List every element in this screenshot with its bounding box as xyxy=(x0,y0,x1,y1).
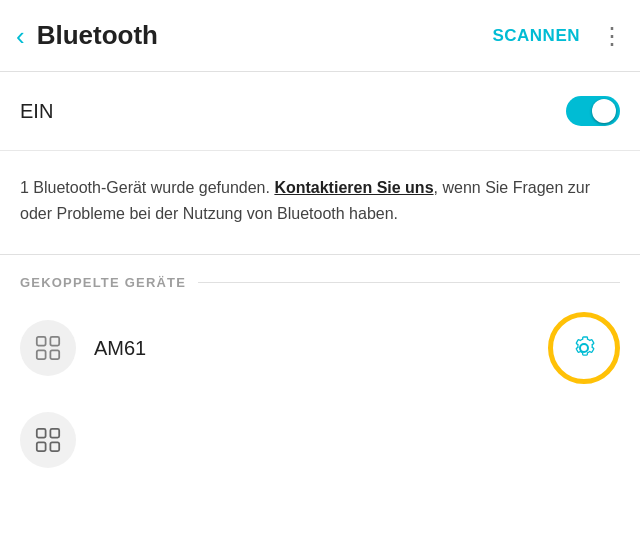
info-section: 1 Bluetooth-Gerät wurde gefunden. Kontak… xyxy=(0,151,640,255)
section-divider xyxy=(198,282,620,283)
svg-rect-3 xyxy=(50,351,59,360)
device-row-partial xyxy=(0,398,640,482)
scan-button[interactable]: SCANNEN xyxy=(492,26,580,46)
svg-rect-4 xyxy=(37,429,46,438)
toggle-thumb xyxy=(592,99,616,123)
svg-rect-1 xyxy=(50,337,59,346)
page-title: Bluetooth xyxy=(37,20,493,51)
device-icon xyxy=(32,332,64,364)
info-text-before-link: 1 Bluetooth-Gerät wurde gefunden. xyxy=(20,179,274,196)
ein-label: EIN xyxy=(20,100,53,123)
back-button[interactable]: ‹ xyxy=(16,23,25,49)
device-icon-wrap xyxy=(20,320,76,376)
more-options-button[interactable]: ⋮ xyxy=(600,24,624,48)
bluetooth-toggle[interactable] xyxy=(566,96,620,126)
svg-rect-7 xyxy=(50,443,59,452)
contact-link[interactable]: Kontaktieren Sie uns xyxy=(274,179,433,196)
gear-highlight xyxy=(548,312,620,384)
paired-devices-section-header: GEKOPPELTE GERÄTE xyxy=(0,255,640,298)
svg-rect-5 xyxy=(50,429,59,438)
svg-rect-0 xyxy=(37,337,46,346)
info-text: 1 Bluetooth-Gerät wurde gefunden. Kontak… xyxy=(20,179,590,222)
device-icon-wrap-partial xyxy=(20,412,76,468)
device-name: AM61 xyxy=(94,337,548,360)
svg-rect-6 xyxy=(37,443,46,452)
header: ‹ Bluetooth SCANNEN ⋮ xyxy=(0,0,640,72)
device-icon-partial xyxy=(32,424,64,456)
svg-rect-2 xyxy=(37,351,46,360)
gear-circle-highlight xyxy=(548,312,620,384)
device-row[interactable]: AM61 xyxy=(0,298,640,398)
ein-row: EIN xyxy=(0,72,640,151)
paired-devices-label: GEKOPPELTE GERÄTE xyxy=(20,275,186,290)
